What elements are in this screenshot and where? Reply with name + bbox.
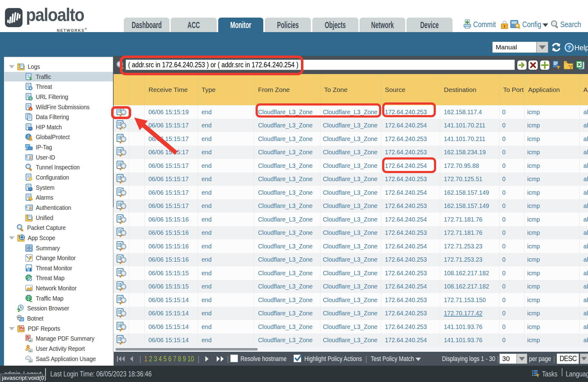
svg-text:?: ? xyxy=(568,45,571,51)
